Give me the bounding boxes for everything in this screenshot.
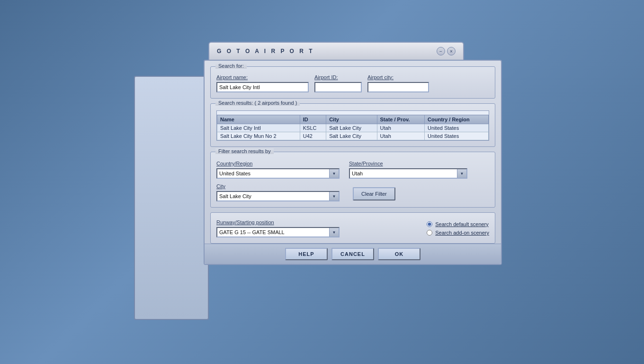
table-cell-id: U42 bbox=[300, 132, 326, 140]
minimize-button[interactable]: − bbox=[437, 47, 445, 55]
country-select-wrapper[interactable]: United States ▼ bbox=[216, 168, 340, 179]
state-filter-group: State/Province Utah ▼ bbox=[349, 161, 467, 179]
airport-city-group: Airport city: bbox=[367, 74, 429, 92]
table-row[interactable]: Salt Lake City Mun No 2U42Salt Lake City… bbox=[217, 132, 489, 140]
search-section: Search for: Airport name: Airport ID: Ai… bbox=[210, 66, 495, 99]
left-panel bbox=[134, 76, 209, 320]
table-cell-state: Utah bbox=[377, 132, 425, 140]
airport-city-label: Airport city: bbox=[367, 74, 429, 80]
table-cell-country: United States bbox=[425, 124, 489, 132]
col-id[interactable]: ID bbox=[300, 115, 326, 124]
state-select[interactable]: Utah bbox=[350, 169, 457, 178]
country-select[interactable]: United States bbox=[217, 169, 329, 178]
state-filter-label: State/Province bbox=[349, 161, 467, 166]
dialog-title: G O T O A I R P O R T bbox=[217, 48, 314, 55]
runway-left: Runway/Starting position GATE G 15 -- GA… bbox=[216, 219, 417, 237]
airport-id-group: Airport ID: bbox=[314, 74, 362, 92]
country-filter-label: Country/Region bbox=[216, 161, 340, 166]
airport-name-group: Airport name: bbox=[216, 74, 309, 92]
results-section: Search results: ( 2 airports found ) Nam… bbox=[210, 103, 495, 147]
filter-section-label: Filter search results by bbox=[215, 148, 274, 154]
runway-section: Runway/Starting position GATE G 15 -- GA… bbox=[210, 212, 495, 244]
city-filter-label: City bbox=[216, 183, 340, 189]
search-addon-label[interactable]: Search add-on scenery bbox=[427, 230, 489, 236]
city-select-wrapper[interactable]: Salt Lake City ▼ bbox=[216, 191, 340, 201]
airport-city-input[interactable] bbox=[367, 82, 429, 92]
city-select[interactable]: Salt Lake City bbox=[217, 192, 329, 200]
title-bar-buttons: − × bbox=[437, 47, 456, 55]
table-row[interactable]: Salt Lake City IntlKSLCSalt Lake CityUta… bbox=[217, 124, 489, 132]
table-cell-id: KSLC bbox=[300, 124, 326, 132]
state-select-arrow[interactable]: ▼ bbox=[457, 169, 466, 178]
window-container: G O T O A I R P O R T − × Search for: Ai… bbox=[204, 42, 511, 265]
table-header-row: Name ID City State / Prov. Country / Reg… bbox=[217, 115, 489, 124]
runway-right: Search default scenery Search add-on sce… bbox=[427, 219, 489, 236]
ok-button[interactable]: OK bbox=[378, 248, 420, 260]
airport-id-label: Airport ID: bbox=[314, 74, 362, 80]
airport-name-label: Airport name: bbox=[216, 74, 309, 80]
table-cell-name: Salt Lake City Mun No 2 bbox=[217, 132, 300, 140]
city-select-arrow[interactable]: ▼ bbox=[329, 192, 339, 200]
filter-bottom-row: City Salt Lake City ▼ Clear Filter bbox=[216, 183, 489, 201]
airport-id-input[interactable] bbox=[314, 82, 362, 92]
runway-select-wrapper[interactable]: GATE G 15 -- GATE SMALL ▼ bbox=[216, 227, 340, 237]
col-state[interactable]: State / Prov. bbox=[377, 115, 425, 124]
cancel-button[interactable]: CANCEL bbox=[331, 248, 374, 260]
filter-top-row: Country/Region United States ▼ State/Pro… bbox=[216, 161, 489, 179]
country-filter-group: Country/Region United States ▼ bbox=[216, 161, 340, 179]
title-bar: G O T O A I R P O R T − × bbox=[208, 42, 464, 60]
table-cell-name: Salt Lake City Intl bbox=[217, 124, 300, 132]
table-cell-city: Salt Lake City bbox=[326, 124, 377, 132]
help-button[interactable]: HELP bbox=[285, 248, 328, 260]
search-fields: Airport name: Airport ID: Airport city: bbox=[216, 74, 489, 92]
filter-section: Filter search results by Country/Region … bbox=[210, 152, 495, 208]
search-default-radio[interactable] bbox=[427, 221, 432, 227]
table-cell-state: Utah bbox=[377, 124, 425, 132]
state-select-wrapper[interactable]: Utah ▼ bbox=[349, 168, 467, 179]
col-country[interactable]: Country / Region bbox=[425, 115, 489, 124]
close-button[interactable]: × bbox=[447, 47, 456, 55]
search-default-label[interactable]: Search default scenery bbox=[427, 221, 489, 227]
runway-content: Runway/Starting position GATE G 15 -- GA… bbox=[216, 219, 489, 237]
results-table: Name ID City State / Prov. Country / Reg… bbox=[217, 115, 489, 140]
country-select-arrow[interactable]: ▼ bbox=[329, 169, 339, 178]
col-city[interactable]: City bbox=[326, 115, 377, 124]
results-table-scroll[interactable]: Name ID City State / Prov. Country / Reg… bbox=[216, 110, 489, 141]
runway-select[interactable]: GATE G 15 -- GATE SMALL bbox=[217, 228, 329, 237]
bottom-buttons: HELP CANCEL OK bbox=[205, 244, 501, 264]
table-cell-city: Salt Lake City bbox=[326, 132, 377, 140]
search-section-label: Search for: bbox=[215, 63, 247, 69]
runway-select-arrow[interactable]: ▼ bbox=[329, 228, 339, 237]
col-name[interactable]: Name bbox=[217, 115, 300, 124]
runway-label: Runway/Starting position bbox=[216, 219, 274, 225]
clear-filter-button[interactable]: Clear Filter bbox=[353, 187, 395, 200]
search-addon-radio[interactable] bbox=[427, 230, 432, 236]
city-filter-group: City Salt Lake City ▼ bbox=[216, 183, 340, 201]
table-cell-country: United States bbox=[425, 132, 489, 140]
airport-name-input[interactable] bbox=[216, 82, 309, 92]
results-section-label: Search results: ( 2 airports found ) bbox=[215, 100, 300, 106]
main-dialog: Search for: Airport name: Airport ID: Ai… bbox=[204, 60, 502, 265]
